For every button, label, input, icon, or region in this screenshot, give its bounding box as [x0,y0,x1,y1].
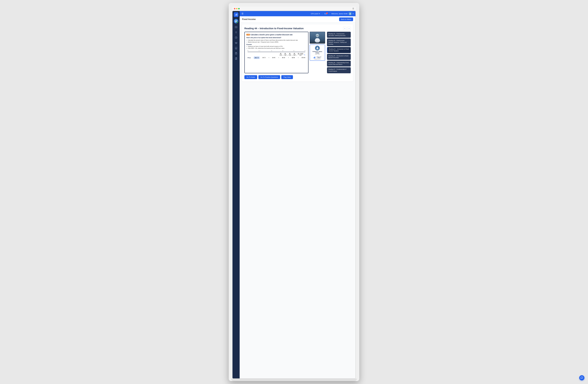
svg-rect-1 [236,14,236,16]
level-text: CFA Level I [311,13,319,15]
traffic-lights [234,8,240,9]
timeline-labels: 0 1 ···· 2 3 4 5 [246,50,306,51]
prev-reading-button[interactable]: ‹ [343,27,346,30]
slide-bullet-4: If the RRR = 6%, determine the bonds pri… [246,47,306,49]
slide-example-label: Example [246,44,306,45]
go-to-notes-button[interactable]: Go To Notes [244,75,257,79]
los-text: Calculate a bond's price given a market … [251,34,293,36]
svg-point-3 [236,20,236,21]
svg-rect-2 [237,14,237,16]
reading-item-r45-label: Reading 45 – Introduction to Asset-Backe… [328,55,349,58]
reading-nav: ‹ › [343,27,351,30]
video-player-wrap: LOS Calculate a bond's price given a mar… [244,32,325,73]
maximize-button[interactable] [238,8,240,9]
fraction-4: $5 1.06⁴ [293,53,296,56]
instructor-title: PhD, CFA [311,54,324,55]
sidebar-item-graduation[interactable] [234,41,238,45]
reading-item-r44[interactable]: Reading 44 – Introduction to Fixed-Incom… [327,47,351,53]
page-title: Fixed Income [242,18,256,21]
welcome-text: Welcome, James Smith [331,13,348,15]
flag-video-button[interactable]: Flag Video [281,75,293,79]
sidebar-item-textbook[interactable] [234,46,238,50]
instructor-video-inner [310,32,325,43]
user-dropdown-icon: ▾ [353,13,354,15]
tl-2: 2 [271,50,272,51]
tl-3: 3 [282,50,283,51]
tl-1: 1 ···· [259,50,261,51]
sidebar [232,11,240,378]
reading-item-r43[interactable]: Reading 43 – Fixed-Income Markets: Issua… [327,39,351,46]
plus-c4: + [298,57,299,58]
slide-bullet-3: Suppose we have a 5-year bond with annua… [246,45,306,47]
nav-divider-2: | [329,13,329,15]
reading-item-r46-label: Reading 46 – Understanding Fixed-Income … [328,62,349,65]
close-button[interactable] [234,8,235,9]
hamburger-menu[interactable]: ☰ [242,12,243,15]
fractions-row: $5 1.06¹ + $5 1.06² [246,53,306,56]
user-menu[interactable]: Welcome, James Smith ▾ [331,12,354,15]
user-avatar-sidebar[interactable] [234,19,238,23]
top-nav-right: CFA Level I ▾ | Cart 1 | Welcome, James … [311,12,354,15]
top-nav: ☰ CFA Level I ▾ | Cart 1 | [240,11,356,16]
reading-item-r47-label: Reading 47 – Fundamentals of Credit Anal… [328,68,346,72]
top-nav-left: ☰ [242,12,243,15]
content-area: Reading 44 – Introduction to Fixed-Incom… [240,23,356,378]
fraction-1: $5 1.06¹ [279,53,282,56]
instructor-video [310,32,325,44]
go-to-practice-button[interactable]: Go To Practice Questions [258,75,280,79]
svg-point-9 [316,34,319,37]
svg-rect-17 [315,57,315,58]
reading-item-r45[interactable]: Reading 45 – Introduction to Asset-Backe… [327,54,351,60]
user-avatar-nav [349,12,352,15]
reading-item-r42[interactable]: Reading 42 – Fixed-Income Securities: De… [327,32,351,38]
level-selector[interactable]: CFA Level I ▾ [311,13,320,15]
reading-item-r42-label: Reading 42 – Fixed-Income Securities: De… [328,33,346,36]
coupon3-den: 1.06³ [289,55,291,56]
book-bookmark-icon [235,57,237,60]
laptop-frame: ☰ [229,3,359,381]
clipboard-icon [235,52,237,54]
title-bar-menu-icon[interactable]: ☰ [352,7,354,10]
tl-4: 4 [294,50,294,51]
nav-divider: | [322,13,322,15]
reading-title: Reading 44 – Introduction to Fixed-Incom… [244,27,304,30]
sidebar-item-bookmark-book[interactable] [234,56,238,61]
plus-c1: + [269,57,269,58]
calc-5: $78.46 [302,57,305,58]
svg-point-20 [315,57,315,57]
chat-button[interactable] [579,375,585,381]
analyst-prep-name: ANALYST —PREP— [316,56,321,58]
app-logo[interactable] [234,12,238,17]
slide-los: LOS Calculate a bond's price given a mar… [246,34,306,36]
reading-item-r47[interactable]: Reading 47 – Fundamentals of Credit Anal… [327,67,351,73]
app-layout: ☰ CFA Level I ▾ | Cart 1 | [232,11,356,378]
sidebar-item-clipboard[interactable] [234,51,238,55]
reading-card: Reading 44 – Introduction to Fixed-Incom… [242,24,353,82]
coupon1-num: $5 [279,53,282,55]
coupon5-den: 1.06⁵ [298,55,303,56]
calc-4: $3.96 [292,57,295,58]
slide-bullet-1: Calculate the present value of future ca… [246,39,306,41]
back-to-videos-button[interactable]: Back to Videos [339,18,353,21]
cart-badge: 1 [326,12,328,14]
price-value: $95.79 [254,57,260,59]
sidebar-item-lightbulb[interactable] [234,30,238,35]
next-reading-button[interactable]: › [347,27,351,30]
coupon4-num: $5 [293,53,296,55]
analyst-prep-logo: ANALYST —PREP— [311,55,324,58]
instructor-name: Professor James Forjan [311,51,324,54]
price-row: Price $95.79 $4.72 + $4.45 + $4.20 + [246,56,306,59]
sidebar-item-help[interactable] [234,36,238,40]
user-avatar-icon [349,13,351,15]
slide-bullet-2: Market discount rate = Required rate of … [246,41,306,43]
graduation-cap-icon [235,42,237,44]
sidebar-item-book[interactable] [234,25,238,29]
cart-button[interactable]: Cart 1 [324,13,327,15]
plus-c3: + [288,57,289,58]
reading-item-r46[interactable]: Reading 46 – Understanding Fixed-Income … [327,61,351,67]
plus-2: + [287,55,288,56]
minimize-button[interactable] [236,8,237,9]
plus-1: + [283,55,283,56]
instructor-avatar [315,46,320,50]
help-circle-icon [235,36,237,39]
